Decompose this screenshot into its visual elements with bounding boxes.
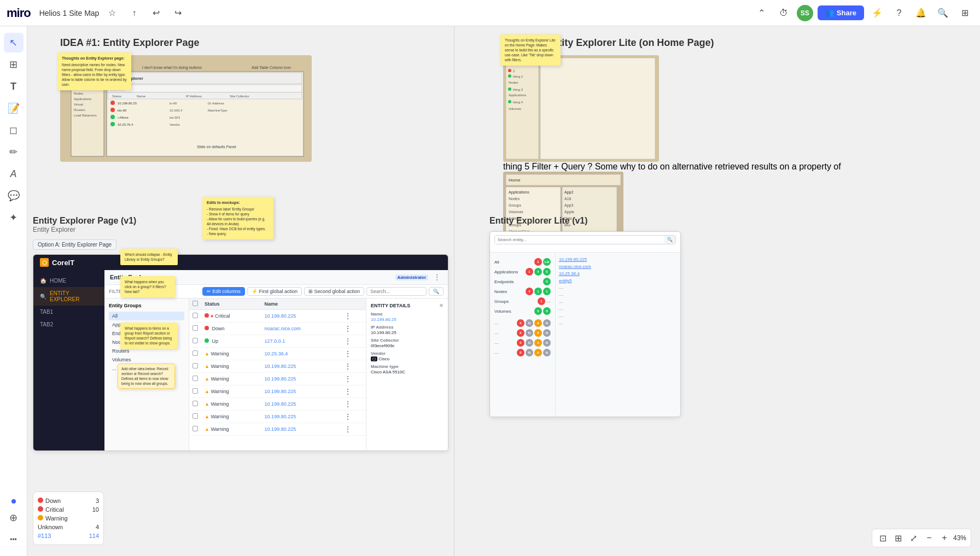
- entity-link[interactable]: noarac.nice.com: [265, 326, 301, 331]
- svg-point-22: [110, 101, 115, 105]
- result-1[interactable]: 10.199.80.225: [559, 256, 677, 263]
- sticky-tool[interactable]: 📝: [4, 98, 24, 118]
- category-volumes[interactable]: Volumes 5 5: [494, 306, 551, 316]
- table-row[interactable]: Down noarac.nice.com ⋮: [189, 323, 366, 335]
- entity-link[interactable]: 10.25.36.4: [265, 351, 288, 356]
- close-detail-btn[interactable]: ✕: [439, 303, 444, 308]
- group-all[interactable]: All: [109, 312, 184, 320]
- nav-entity-explorer[interactable]: 🔍 ENTITY EXPLORER: [33, 287, 104, 306]
- result-2[interactable]: noarac.nice.com: [559, 263, 677, 270]
- table-row[interactable]: Up 127.0.0.1 ⋮: [189, 335, 366, 348]
- table-row[interactable]: ▲ Warning 10.199.80.225 ⋮: [189, 398, 366, 411]
- nav-tab1[interactable]: TAB1: [33, 306, 104, 318]
- undo-button[interactable]: ↩: [147, 4, 165, 22]
- more-options-btn[interactable]: ⋮: [431, 273, 442, 281]
- filter-button[interactable]: ⌃: [753, 4, 771, 22]
- text-tool[interactable]: T: [4, 77, 24, 96]
- second-global-action-btn[interactable]: ⊞ Second global action: [304, 287, 364, 296]
- row-menu[interactable]: ⋮: [341, 335, 366, 348]
- lite-search-btn[interactable]: 🔍: [664, 236, 675, 244]
- share-external-button[interactable]: ↑: [125, 4, 143, 22]
- cursor-tool[interactable]: ↖: [4, 33, 24, 52]
- row-menu[interactable]: ⋮: [341, 411, 366, 423]
- entity-link[interactable]: 127.0.0.1: [265, 338, 285, 344]
- entity-link[interactable]: 10.199.80.225: [265, 414, 296, 419]
- search-button[interactable]: 🔍: [934, 4, 952, 22]
- notifications-button[interactable]: 🔔: [912, 4, 930, 22]
- row-menu[interactable]: ⋮: [341, 323, 366, 335]
- redo-button[interactable]: ↪: [169, 4, 186, 22]
- entity-name-link[interactable]: 10.199.80.25: [371, 317, 396, 322]
- integrations-tool[interactable]: ⊕: [4, 508, 24, 528]
- grid-btn[interactable]: ⊞: [892, 531, 905, 545]
- entity-link[interactable]: 10.199.80.225: [265, 426, 296, 432]
- table-row[interactable]: ▲ Warning 10.199.80.225 ⋮: [189, 423, 366, 436]
- nav-tab2[interactable]: TAB2: [33, 318, 104, 331]
- more-tool[interactable]: •••: [4, 530, 24, 549]
- idea2-sticky: Thoughts on Entity Explorer Lite on the …: [500, 34, 561, 66]
- category-all[interactable]: All 2 1.2k: [494, 257, 551, 267]
- row-menu[interactable]: ⋮: [341, 385, 366, 398]
- apps-button[interactable]: ⊞: [956, 4, 973, 22]
- search-input[interactable]: [366, 287, 427, 296]
- row-menu[interactable]: ⋮: [341, 423, 366, 436]
- svg-text:Home: Home: [509, 178, 521, 183]
- first-global-action-btn[interactable]: ⚡ First global action: [247, 287, 302, 296]
- category-nodes[interactable]: Nodes 4 1 1: [494, 286, 551, 296]
- table-row[interactable]: ▲ Warning 10.199.80.225 ⋮: [189, 411, 366, 423]
- comment-tool[interactable]: 💬: [4, 186, 24, 206]
- settings-button[interactable]: ⚡: [868, 4, 886, 22]
- svg-point-43: [508, 69, 511, 72]
- table-row[interactable]: ▲ Warning 10.199.80.225 ⋮: [189, 360, 366, 373]
- star-button[interactable]: ☆: [103, 4, 121, 22]
- category-endpoints[interactable]: Endpoints 5: [494, 277, 551, 286]
- entity-link[interactable]: 10.199.80.225: [265, 389, 296, 394]
- row-menu[interactable]: ⋮: [341, 398, 366, 411]
- table-row[interactable]: ● Critical 10.199.80.225 ⋮: [189, 310, 366, 323]
- frames-tool[interactable]: ⊞: [4, 55, 24, 74]
- shapes-tool[interactable]: ◻: [4, 120, 24, 140]
- nav-home[interactable]: 🏠 HOME: [33, 274, 104, 287]
- entity-link[interactable]: 10.199.80.225: [265, 376, 296, 382]
- pen-tool[interactable]: ✏: [4, 142, 24, 162]
- entity-link[interactable]: 10.199.80.225: [265, 313, 296, 319]
- zoom-in-btn[interactable]: +: [938, 531, 951, 545]
- col-status[interactable]: Status: [201, 299, 261, 310]
- table-row[interactable]: ▲ Warning 10.199.80.225 ⋮: [189, 385, 366, 398]
- result-empty-6: —: [559, 320, 677, 327]
- row-menu[interactable]: ⋮: [341, 373, 366, 385]
- row-menu[interactable]: ⋮: [341, 310, 366, 323]
- pen2-tool[interactable]: A: [4, 164, 24, 184]
- col-name[interactable]: Name: [261, 299, 341, 310]
- result-4[interactable]: entity5: [559, 277, 677, 284]
- fit-screen-btn[interactable]: ⊡: [877, 531, 890, 545]
- zoom-out-btn[interactable]: −: [923, 531, 936, 545]
- idea2-title: IDEA #2: Entity Explorer Lite (on Home P…: [503, 37, 968, 49]
- toolbar: miro Helios 1 Site Map ☆ ↑ ↩ ↪ ⌃ ⏱ SS 👥 …: [0, 0, 980, 26]
- lite-search-input[interactable]: [495, 236, 664, 244]
- row-menu[interactable]: ⋮: [341, 348, 366, 360]
- miro-logo[interactable]: miro: [7, 6, 31, 20]
- svg-text:thing 2: thing 2: [513, 75, 523, 78]
- group-volumes[interactable]: Volumes: [109, 355, 184, 364]
- svg-text:10.303.4: 10.303.4: [170, 109, 183, 112]
- edits-sticky: Edits to mockups: - Remove label 'Entity…: [202, 197, 273, 239]
- edit-columns-btn[interactable]: ✏ Edit columns: [202, 287, 245, 296]
- timer-button[interactable]: ⏱: [775, 4, 792, 22]
- table-row[interactable]: ▲ Warning 10.25.36.4 ⋮: [189, 348, 366, 360]
- result-3[interactable]: 10.25.36.4: [559, 270, 677, 277]
- share-button[interactable]: 👥 Share: [818, 5, 864, 20]
- svg-rect-14: [108, 85, 302, 92]
- plus-tool[interactable]: ✦: [4, 208, 24, 227]
- category-groups[interactable]: Groups 1 —: [494, 296, 551, 306]
- help-button[interactable]: ?: [890, 4, 908, 22]
- category-applications[interactable]: Applications 1 4 5: [494, 267, 551, 277]
- entity-link[interactable]: 10.199.80.225: [265, 364, 296, 369]
- entity-link[interactable]: 10.199.80.225: [265, 401, 296, 407]
- search-btn[interactable]: 🔍: [429, 287, 444, 296]
- fullscreen-btn[interactable]: ⤢: [907, 531, 920, 545]
- svg-text:Nodes: Nodes: [509, 81, 518, 84]
- row-menu[interactable]: ⋮: [341, 360, 366, 373]
- table-row[interactable]: ▲ Warning 10.199.80.225 ⋮: [189, 373, 366, 385]
- status-warning-row: Warning: [38, 514, 99, 523]
